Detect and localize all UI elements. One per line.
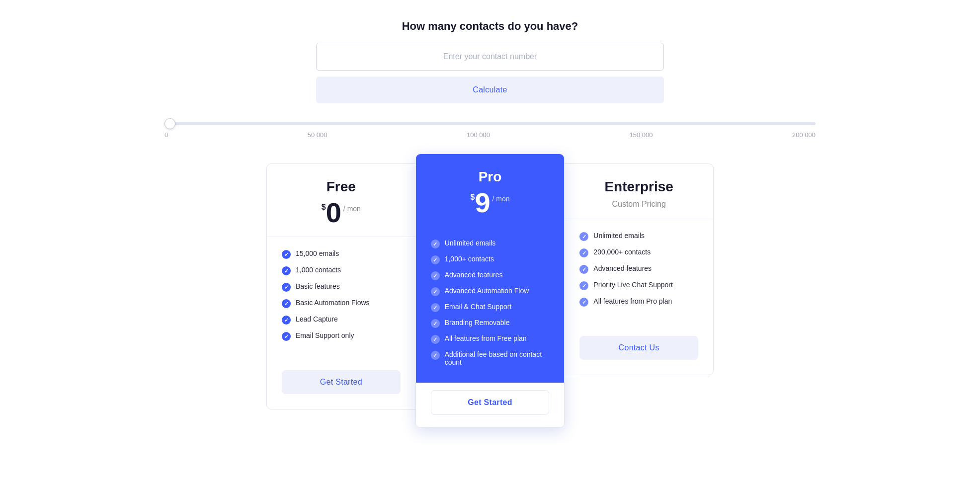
pro-feature-7: All features from Free plan	[431, 334, 550, 344]
free-plan-footer: Get Started	[267, 360, 415, 409]
enterprise-feature-1: Unlimited emails	[579, 232, 698, 241]
check-icon	[282, 316, 291, 325]
check-icon-enterprise	[579, 265, 588, 274]
free-plan-card: Free $ 0 / mon 15,000 emails 1,000 conta…	[266, 163, 416, 409]
check-icon	[282, 283, 291, 292]
enterprise-plan-card: Enterprise Custom Pricing Unlimited emai…	[564, 163, 714, 375]
free-feature-3: Basic features	[282, 282, 401, 292]
check-icon-pro	[431, 319, 440, 328]
free-price-dollar: $	[322, 203, 326, 212]
check-icon-enterprise	[579, 281, 588, 290]
enterprise-feature-5: All features from Pro plan	[579, 297, 698, 307]
enterprise-custom-pricing: Custom Pricing	[579, 200, 698, 209]
free-feature-5: Lead Capture	[282, 315, 401, 325]
pro-feature-3: Advanced features	[431, 271, 550, 280]
pro-plan-name: Pro	[431, 169, 550, 185]
pro-feature-8: Additional fee based on contact count	[431, 350, 550, 366]
pro-plan-header: Pro $ 9 / mon	[416, 154, 565, 229]
check-icon-enterprise	[579, 298, 588, 307]
pro-cta-button[interactable]: Get Started	[431, 390, 550, 415]
pro-feature-4: Advanced Automation Flow	[431, 287, 550, 296]
pro-feature-1: Unlimited emails	[431, 239, 550, 248]
check-icon-pro	[431, 351, 440, 360]
free-feature-2: 1,000 contacts	[282, 266, 401, 275]
page-title: How many contacts do you have?	[402, 20, 578, 33]
free-features-list: 15,000 emails 1,000 contacts Basic featu…	[267, 237, 415, 360]
enterprise-plan-header: Enterprise Custom Pricing	[565, 164, 713, 219]
free-price-amount: 0	[326, 199, 341, 227]
free-price-period: / mon	[343, 205, 361, 213]
check-icon	[282, 299, 291, 308]
check-icon-pro	[431, 240, 440, 248]
slider-label-200k: 200 000	[792, 131, 816, 139]
enterprise-feature-3: Advanced features	[579, 264, 698, 274]
check-icon-pro	[431, 255, 440, 264]
pro-plan-price: $ 9 / mon	[431, 189, 550, 217]
check-icon-enterprise	[579, 232, 588, 241]
pro-plan-card: Pro $ 9 / mon Unlimited emails 1,000+ co…	[415, 154, 565, 428]
pro-plan-footer: Get Started	[416, 383, 565, 427]
enterprise-plan-footer: Contact Us	[565, 326, 713, 375]
free-feature-6: Email Support only	[282, 331, 401, 341]
check-icon	[282, 266, 291, 275]
free-plan-price: $ 0 / mon	[282, 199, 401, 227]
slider-label-150k: 150 000	[630, 131, 653, 139]
free-plan-name: Free	[282, 179, 401, 195]
pro-price-amount: 9	[475, 189, 490, 217]
check-icon-pro	[431, 303, 440, 312]
enterprise-plan-name: Enterprise	[579, 179, 698, 195]
pro-feature-5: Email & Chat Support	[431, 303, 550, 312]
contact-number-input[interactable]	[316, 43, 664, 71]
contact-input-wrapper	[316, 43, 664, 71]
slider-label-50k: 50 000	[308, 131, 327, 139]
check-icon-pro	[431, 287, 440, 296]
enterprise-feature-4: Priority Live Chat Support	[579, 281, 698, 290]
enterprise-features-list: Unlimited emails 200,000+ contacts Advan…	[565, 219, 713, 326]
check-icon-enterprise	[579, 248, 588, 257]
pro-features-list: Unlimited emails 1,000+ contacts Advance…	[416, 229, 565, 383]
check-icon	[282, 250, 291, 259]
pro-price-dollar: $	[470, 193, 475, 202]
slider-container: 0 50 000 100 000 150 000 200 000	[155, 118, 825, 139]
pro-feature-6: Branding Removable	[431, 319, 550, 328]
free-cta-button[interactable]: Get Started	[282, 370, 401, 394]
check-icon	[282, 332, 291, 341]
pricing-cards: Free $ 0 / mon 15,000 emails 1,000 conta…	[266, 163, 714, 438]
calculate-button[interactable]: Calculate	[316, 77, 664, 103]
free-feature-4: Basic Automation Flows	[282, 299, 401, 308]
contacts-slider[interactable]	[164, 122, 816, 125]
enterprise-cta-button[interactable]: Contact Us	[579, 336, 698, 360]
free-plan-header: Free $ 0 / mon	[267, 164, 415, 237]
slider-label-0: 0	[164, 131, 168, 139]
enterprise-feature-2: 200,000+ contacts	[579, 248, 698, 257]
pro-price-period: / mon	[492, 195, 510, 203]
slider-label-100k: 100 000	[467, 131, 490, 139]
check-icon-pro	[431, 335, 440, 344]
pro-feature-2: 1,000+ contacts	[431, 255, 550, 264]
slider-labels: 0 50 000 100 000 150 000 200 000	[164, 131, 816, 139]
check-icon-pro	[431, 271, 440, 280]
free-feature-1: 15,000 emails	[282, 249, 401, 259]
